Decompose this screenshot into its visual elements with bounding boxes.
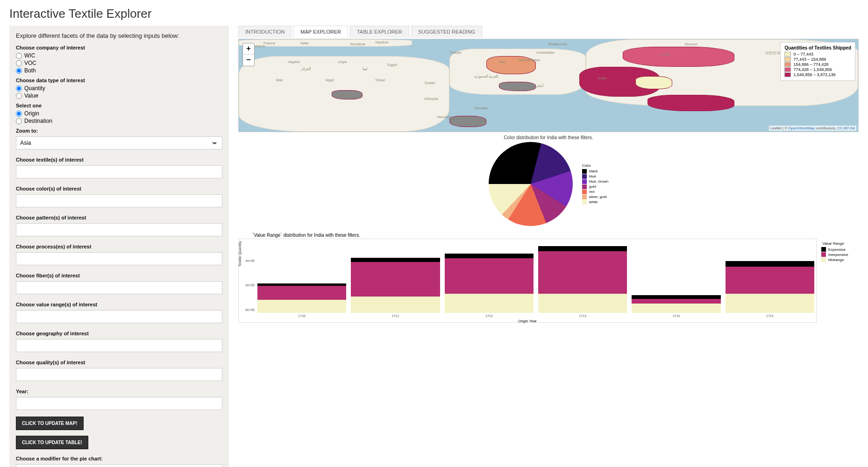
radio-wic[interactable]: [16, 53, 22, 59]
radio-value-label: Value: [24, 92, 38, 99]
map-legend-row: 774,428 – 1,548,856: [784, 67, 851, 72]
bar-segment: [351, 297, 440, 313]
x-tick-label: 1713: [579, 314, 586, 318]
bar-segment: [726, 261, 814, 267]
intro-text: Explore different facets of the data by …: [16, 32, 222, 39]
page-title: Interactive Textile Explorer: [9, 7, 859, 21]
zoom-select[interactable]: Asia: [16, 136, 222, 149]
radio-quantity[interactable]: [16, 85, 22, 92]
selectone-label: Select one: [16, 103, 222, 108]
bar-segment: [632, 304, 720, 313]
pie-section: Color distribution for India with these …: [238, 135, 859, 228]
bar-segment: [632, 299, 720, 304]
tab-table-explorer[interactable]: TABLE EXPLORER: [350, 26, 409, 38]
country-label: Somalia: [474, 106, 488, 110]
radio-both-label: Both: [24, 67, 36, 74]
bar-column: 1711: [351, 242, 440, 313]
y-tick: 2e+05: [245, 283, 255, 287]
y-axis: Textile Quantity 0e+002e+054e+05: [239, 239, 256, 313]
textile-label: Choose textile(s) of interest: [16, 157, 222, 163]
radio-value[interactable]: [16, 93, 22, 99]
radio-origin-label: Origin: [24, 110, 39, 117]
radio-both[interactable]: [16, 68, 22, 74]
bar-segment: [632, 295, 720, 299]
x-tick-label: 1714: [673, 314, 680, 318]
tab-map-explorer[interactable]: MAP EXPLORER: [293, 26, 348, 38]
x-tick-label: 1711: [392, 314, 399, 318]
bar-segment: [445, 258, 534, 294]
zoom-label: Zoom to:: [16, 128, 222, 134]
geography-input[interactable]: [16, 339, 222, 352]
valrange-input[interactable]: [16, 310, 222, 323]
process-input[interactable]: [16, 252, 222, 265]
y-tick: 4e+05: [245, 259, 255, 262]
pattern-input[interactable]: [16, 223, 222, 236]
map-legend: Quantities of Textiles Shipped 0 – 77,44…: [780, 42, 855, 81]
year-input[interactable]: [16, 397, 222, 410]
radio-destination-label: Destination: [24, 118, 52, 124]
cc-link[interactable]: CC-BY-SA: [838, 126, 855, 130]
company-label: Choose company of interest: [16, 45, 222, 50]
x-tick-label: 1710: [298, 314, 306, 318]
zoom-out-button[interactable]: −: [243, 55, 254, 66]
pie-legend-row: gold: [582, 184, 608, 189]
tabs: INTRODUCTION MAP EXPLORER TABLE EXPLORER…: [238, 26, 859, 38]
pie-chart: [489, 142, 573, 226]
bar-segment: [538, 251, 627, 294]
x-axis-title: Origin Year: [239, 319, 816, 323]
map-legend-row: 1,548,856 – 3,872,139: [784, 72, 851, 77]
sidebar: Explore different facets of the data by …: [9, 26, 229, 467]
pie-legend-row: silver, gold: [582, 195, 608, 199]
pie-legend-row: black: [582, 169, 608, 174]
country-label: Қазақстан: [548, 42, 567, 46]
bar-segment: [445, 294, 534, 313]
bar-segment: [726, 267, 814, 294]
pie-legend-row: white: [582, 200, 608, 205]
y-tick: 0e+00: [245, 308, 255, 311]
bar-column: 1713: [538, 242, 627, 313]
zoom-in-button[interactable]: +: [243, 43, 254, 55]
x-tick-label: 1712: [485, 314, 493, 318]
pie-legend-row: blue: [582, 174, 608, 179]
map[interactable]: + − MoroccoAlgeriaLibyaEgyptMaliNigerTch…: [238, 39, 859, 132]
bar-segment: [351, 258, 440, 262]
radio-destination[interactable]: [16, 118, 22, 124]
fiber-input[interactable]: [16, 281, 222, 294]
bar-segment: [726, 294, 814, 313]
bar-segment: [538, 294, 627, 313]
map-legend-row: 77,443 – 154,886: [784, 57, 851, 62]
bar-column: 1714: [632, 242, 720, 313]
datatype-label: Choose data type of interest: [16, 78, 222, 83]
fiber-label: Choose fiber(s) of interest: [16, 273, 222, 278]
textile-input[interactable]: [16, 165, 222, 178]
pie-mod-select[interactable]: Color: [16, 464, 222, 467]
pie-title: Color distribution for India with these …: [238, 135, 859, 140]
pattern-label: Choose pattern(s) of interest: [16, 215, 222, 220]
osm-link[interactable]: OpenStreetMap: [789, 126, 815, 130]
zoom-control: + −: [242, 43, 255, 66]
color-input[interactable]: [16, 194, 222, 207]
radio-voc[interactable]: [16, 60, 22, 66]
pie-legend-row: red: [582, 190, 608, 194]
map-attribution: Leaflet | © OpenStreetMap contributors, …: [769, 126, 856, 131]
quality-label: Choose quality(s) of interest: [16, 360, 222, 365]
map-legend-title: Quantities of Textiles Shipped: [784, 45, 851, 50]
tab-suggested-reading[interactable]: SUGGESTED READING: [411, 26, 482, 38]
x-tick-label: 1715: [766, 314, 774, 318]
radio-quantity-label: Quantity: [24, 85, 45, 92]
quality-input[interactable]: [16, 368, 222, 381]
bar-column: 1715: [726, 242, 814, 313]
pie-mod-label: Choose a modifier for the pie chart:: [16, 456, 222, 461]
map-legend-row: 0 – 77,443: [784, 52, 851, 57]
color-label: Choose color(s) of interest: [16, 186, 222, 191]
map-legend-row: 154,886 – 774,428: [784, 62, 851, 67]
valrange-label: Choose value range(s) of interest: [16, 302, 222, 307]
radio-voc-label: VOC: [24, 60, 36, 66]
bar-segment: [445, 254, 534, 258]
bar-title: `Value Range` distribution for India wit…: [252, 233, 859, 238]
radio-origin[interactable]: [16, 111, 22, 117]
bar-column: 1712: [445, 242, 534, 313]
update-table-button[interactable]: CLICK TO UPDATE TABLE!: [16, 436, 88, 449]
tab-introduction[interactable]: INTRODUCTION: [238, 26, 292, 38]
update-map-button[interactable]: CLICK TO UPDATE MAP!: [16, 417, 84, 430]
